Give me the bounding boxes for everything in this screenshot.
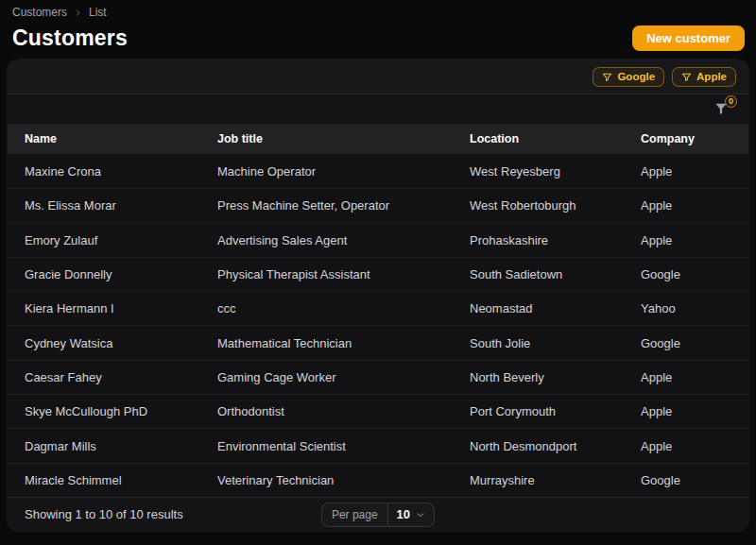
- chevron-down-icon: [416, 510, 425, 519]
- table-row[interactable]: Emory Zulauf Advertising Sales Agent Pro…: [8, 223, 748, 257]
- column-header-location[interactable]: Location: [453, 132, 624, 145]
- cell-location: Neomastad: [453, 301, 624, 315]
- cell-name: Miracle Schimmel: [8, 473, 200, 487]
- cell-name: Kiera Hermann I: [8, 301, 200, 315]
- filter-chip-label: Google: [617, 71, 655, 82]
- cell-location: Prohaskashire: [453, 233, 624, 247]
- cell-job-title: Veterinary Technician: [200, 473, 453, 487]
- cell-name: Ms. Elissa Morar: [8, 198, 200, 213]
- cell-location: South Sadietown: [453, 267, 624, 281]
- column-header-company[interactable]: Company: [624, 132, 748, 145]
- table-row[interactable]: Caesar Fahey Gaming Cage Worker North Be…: [8, 360, 748, 394]
- filter-count-badge: 0: [725, 95, 737, 108]
- cell-company: Apple: [624, 404, 748, 418]
- cell-name: Emory Zulauf: [8, 233, 200, 247]
- cell-job-title: ccc: [200, 301, 453, 315]
- cell-job-title: Machine Operator: [200, 164, 453, 179]
- cell-job-title: Orthodontist: [200, 404, 453, 418]
- table-toolbar: 0: [8, 94, 748, 124]
- page-title: Customers: [12, 26, 128, 51]
- cell-job-title: Advertising Sales Agent: [200, 233, 453, 247]
- filter-chip-apple[interactable]: Apple: [672, 67, 736, 87]
- table-row[interactable]: Kiera Hermann I ccc Neomastad Yahoo: [8, 291, 748, 325]
- results-summary: Showing 1 to 10 of 10 results: [25, 507, 183, 521]
- funnel-outline-icon: [602, 72, 612, 82]
- table-header: Name Job title Location Company: [8, 124, 748, 154]
- cell-company: Google: [624, 473, 748, 487]
- cell-job-title: Press Machine Setter, Operator: [200, 198, 453, 213]
- table-body: Maxine Crona Machine Operator West Reyes…: [8, 154, 748, 497]
- active-filters-row: Google Apple: [8, 60, 748, 94]
- cell-company: Apple: [624, 370, 748, 384]
- table-row[interactable]: Gracie Donnelly Physical Therapist Assis…: [8, 257, 748, 291]
- chevron-right-icon: [74, 9, 82, 17]
- cell-job-title: Physical Therapist Assistant: [200, 267, 453, 281]
- breadcrumb-list[interactable]: List: [89, 6, 107, 19]
- filter-chip-label: Apple: [696, 71, 727, 82]
- breadcrumb: Customers List: [0, 0, 756, 19]
- per-page-value: 10: [397, 507, 410, 521]
- table-row[interactable]: Cydney Watsica Mathematical Technician S…: [8, 325, 748, 359]
- cell-job-title: Environmental Scientist: [200, 439, 453, 453]
- cell-name: Caesar Fahey: [8, 370, 200, 384]
- filter-chip-google[interactable]: Google: [593, 67, 664, 87]
- cell-job-title: Gaming Cage Worker: [200, 370, 453, 384]
- funnel-outline-icon: [681, 72, 692, 82]
- cell-location: West Robertoburgh: [453, 198, 624, 213]
- cell-location: South Jolie: [453, 336, 624, 350]
- cell-name: Gracie Donnelly: [8, 267, 200, 281]
- table-row[interactable]: Skye McCullough PhD Orthodontist Port Co…: [8, 394, 748, 428]
- table-footer: Showing 1 to 10 of 10 results Per page 1…: [8, 497, 748, 531]
- customers-page: Customers List Customers New customer Go…: [0, 0, 756, 545]
- cell-company: Apple: [624, 164, 748, 179]
- cell-company: Apple: [624, 233, 748, 247]
- cell-name: Cydney Watsica: [8, 336, 200, 350]
- cell-company: Yahoo: [624, 301, 748, 315]
- cell-location: Port Corymouth: [453, 404, 624, 418]
- per-page-label: Per page: [322, 503, 387, 526]
- cell-location: North Beverly: [453, 370, 624, 384]
- column-header-name[interactable]: Name: [8, 132, 200, 145]
- filter-button[interactable]: 0: [713, 101, 730, 118]
- cell-company: Apple: [624, 439, 748, 453]
- customers-table-card: Google Apple 0 Name Job title Location C…: [8, 60, 748, 531]
- breadcrumb-customers[interactable]: Customers: [12, 6, 67, 19]
- cell-location: Murrayshire: [453, 473, 624, 487]
- per-page-select[interactable]: Per page 10: [321, 502, 435, 527]
- column-header-job-title[interactable]: Job title: [200, 132, 453, 145]
- cell-location: North Desmondport: [453, 439, 624, 453]
- cell-company: Google: [624, 336, 748, 350]
- cell-job-title: Mathematical Technician: [200, 336, 453, 350]
- cell-name: Maxine Crona: [8, 164, 200, 179]
- table-row[interactable]: Miracle Schimmel Veterinary Technician M…: [8, 463, 748, 497]
- page-header: Customers New customer: [0, 19, 756, 53]
- table-row[interactable]: Ms. Elissa Morar Press Machine Setter, O…: [8, 188, 748, 222]
- cell-company: Apple: [624, 198, 748, 213]
- cell-company: Google: [624, 267, 748, 281]
- cell-name: Dagmar Mills: [8, 439, 200, 453]
- cell-location: West Reyesberg: [453, 164, 624, 179]
- table-row[interactable]: Maxine Crona Machine Operator West Reyes…: [8, 154, 748, 188]
- new-customer-button[interactable]: New customer: [632, 26, 745, 51]
- cell-name: Skye McCullough PhD: [8, 404, 200, 418]
- table-row[interactable]: Dagmar Mills Environmental Scientist Nor…: [8, 428, 748, 462]
